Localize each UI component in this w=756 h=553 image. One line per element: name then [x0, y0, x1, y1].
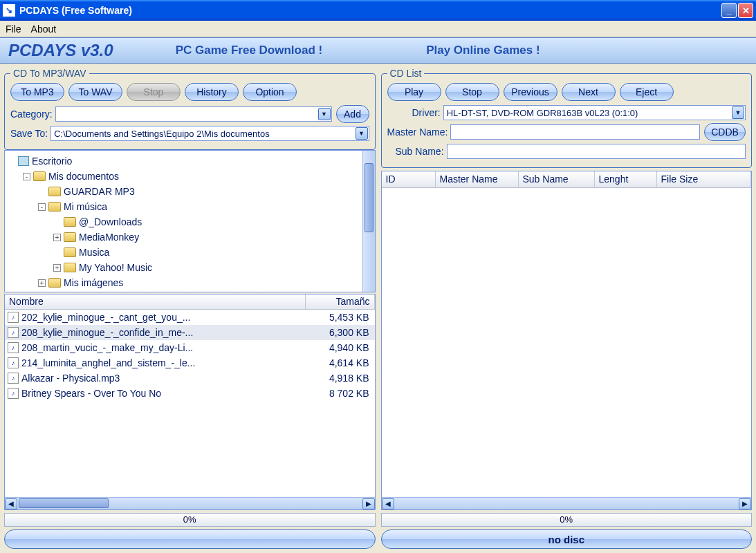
desktop-icon — [18, 156, 29, 166]
option-button[interactable]: Option — [243, 83, 297, 101]
tree-label: GUARDAR MP3 — [64, 186, 135, 197]
col-name[interactable]: Nombre — [5, 294, 306, 309]
scroll-thumb[interactable] — [365, 163, 374, 232]
file-row[interactable]: ♪214_luminita_anghel_and_sistem_-_le...4… — [5, 355, 375, 371]
tree-label: Mis documentos — [48, 171, 119, 182]
file-row[interactable]: ♪202_kylie_minogue_-_cant_get_you_...5,4… — [5, 310, 375, 325]
file-size: 4,614 KB — [306, 357, 375, 368]
to-wav-button[interactable]: To WAV — [68, 83, 122, 101]
stop-button[interactable]: Stop — [127, 83, 181, 101]
tree-item[interactable]: +MediaMonkey — [5, 229, 375, 245]
expander-icon[interactable]: + — [53, 264, 61, 272]
scroll-thumb[interactable] — [19, 498, 109, 508]
next-button[interactable]: Next — [562, 83, 616, 101]
folder-icon — [48, 278, 61, 288]
sub-name-label: Sub Name: — [396, 146, 444, 157]
stop-cd-button[interactable]: Stop — [445, 83, 499, 101]
file-row[interactable]: ♪Britney Spears - Over To You No8 702 KB — [5, 386, 375, 401]
titlebar: ↘ PCDAYS (Free Software) _ ✕ — [0, 0, 756, 21]
file-name: 214_luminita_anghel_and_sistem_-_le... — [21, 357, 306, 368]
folder-tree[interactable]: Escritorio-Mis documentosGUARDAR MP3-Mi … — [4, 150, 376, 292]
folder-icon — [64, 217, 76, 227]
vertical-scrollbar[interactable] — [362, 151, 375, 292]
scroll-left-icon[interactable]: ◀ — [382, 498, 394, 509]
file-size: 8 702 KB — [306, 388, 375, 399]
tree-label: Mis imágenes — [64, 277, 123, 288]
folder-icon — [48, 202, 61, 212]
add-button[interactable]: Add — [336, 105, 369, 123]
scroll-right-icon[interactable]: ▶ — [739, 498, 751, 509]
minimize-button[interactable]: _ — [721, 3, 737, 18]
cddb-button[interactable]: CDDB — [704, 123, 746, 141]
tree-item[interactable]: +My Yahoo! Music — [5, 260, 375, 275]
chevron-down-icon[interactable]: ▼ — [318, 108, 331, 120]
col-sub[interactable]: Sub Name — [519, 171, 595, 187]
scroll-left-icon[interactable]: ◀ — [5, 498, 17, 509]
col-length[interactable]: Lenght — [595, 171, 657, 187]
expander-icon[interactable]: + — [38, 279, 46, 287]
tree-item[interactable]: Musica — [5, 245, 375, 260]
window-title: PCDAYS (Free Software) — [19, 5, 721, 16]
col-size[interactable]: Tamañc — [306, 294, 375, 309]
expander-icon[interactable]: - — [23, 173, 30, 180]
to-mp3-button[interactable]: To MP3 — [10, 83, 64, 101]
banner-link-online[interactable]: Play Online Games ! — [426, 44, 540, 57]
history-button[interactable]: History — [185, 83, 239, 101]
category-combo[interactable]: ▼ — [55, 106, 332, 122]
left-progress: 0% — [4, 513, 376, 527]
col-id[interactable]: ID — [382, 171, 436, 187]
saveto-combo[interactable]: C:\Documents and Settings\Equipo 2\Mis d… — [50, 126, 369, 141]
driver-combo[interactable]: HL-DT-ST, DVD-ROM GDR8163B v0L23 (0:1:0)… — [443, 105, 746, 120]
sub-name-input[interactable] — [447, 144, 746, 159]
tree-label: Musica — [79, 247, 109, 258]
chevron-down-icon[interactable]: ▼ — [356, 127, 368, 140]
tree-item[interactable]: +Mis imágenes — [5, 275, 375, 290]
file-row[interactable]: ♪Alkazar - Physical.mp34,918 KB — [5, 371, 375, 386]
folder-icon — [64, 263, 76, 272]
cd-track-table[interactable]: ID Master Name Sub Name Lenght File Size… — [381, 171, 753, 510]
horizontal-scrollbar[interactable]: ◀ ▶ — [5, 497, 375, 509]
master-name-input[interactable] — [450, 124, 700, 140]
folder-icon — [64, 247, 76, 257]
close-button[interactable]: ✕ — [738, 3, 753, 18]
driver-label: Driver: — [412, 107, 441, 118]
file-name: Britney Spears - Over To You No — [21, 388, 306, 399]
file-size: 6,300 KB — [306, 327, 375, 338]
banner-title: PCDAYS v3.0 — [8, 41, 113, 60]
previous-button[interactable]: Previous — [504, 83, 557, 101]
eject-button[interactable]: Eject — [620, 83, 674, 101]
file-size: 4,918 KB — [306, 373, 375, 384]
cd-list-legend: CD List — [387, 68, 425, 79]
file-list[interactable]: Nombre Tamañc ♪202_kylie_minogue_-_cant_… — [4, 294, 376, 510]
banner: PCDAYS v3.0 PC Game Free Download ! Play… — [0, 37, 756, 64]
tree-item[interactable]: GUARDAR MP3 — [5, 184, 375, 199]
audio-file-icon: ♪ — [8, 357, 19, 368]
tree-item[interactable]: -Mi música — [5, 199, 375, 214]
scroll-right-icon[interactable]: ▶ — [362, 498, 375, 509]
app-icon: ↘ — [3, 4, 15, 17]
tree-item[interactable]: -Mis documentos — [5, 169, 375, 184]
col-master[interactable]: Master Name — [436, 171, 519, 187]
folder-icon — [64, 232, 76, 242]
audio-file-icon: ♪ — [8, 388, 19, 399]
tree-item[interactable]: Escritorio — [5, 153, 375, 169]
menu-file[interactable]: File — [6, 24, 21, 35]
col-filesize[interactable]: File Size — [657, 171, 752, 187]
menu-about[interactable]: About — [31, 24, 57, 35]
right-status: no disc — [381, 529, 753, 549]
chevron-down-icon[interactable]: ▼ — [732, 106, 744, 119]
category-label: Category: — [10, 109, 53, 120]
tree-item[interactable]: @_Downloads — [5, 214, 375, 229]
expander-icon[interactable]: + — [53, 234, 61, 241]
file-row[interactable]: ♪208_martin_vucic_-_make_my_day-Li...4,9… — [5, 340, 375, 355]
play-button[interactable]: Play — [387, 83, 441, 101]
audio-file-icon: ♪ — [8, 373, 19, 384]
banner-link-download[interactable]: PC Game Free Download ! — [176, 44, 323, 57]
file-name: 202_kylie_minogue_-_cant_get_you_... — [21, 312, 306, 323]
expander-icon[interactable]: - — [38, 203, 46, 211]
cd-horizontal-scrollbar[interactable]: ◀ ▶ — [382, 497, 752, 509]
file-row[interactable]: ♪208_kylie_minogue_-_confide_in_me-...6,… — [5, 325, 375, 340]
cd-list-group: CD List Play Stop Previous Next Eject Dr… — [381, 68, 753, 168]
file-size: 4,940 KB — [306, 342, 375, 353]
file-name: 208_martin_vucic_-_make_my_day-Li... — [21, 342, 306, 353]
